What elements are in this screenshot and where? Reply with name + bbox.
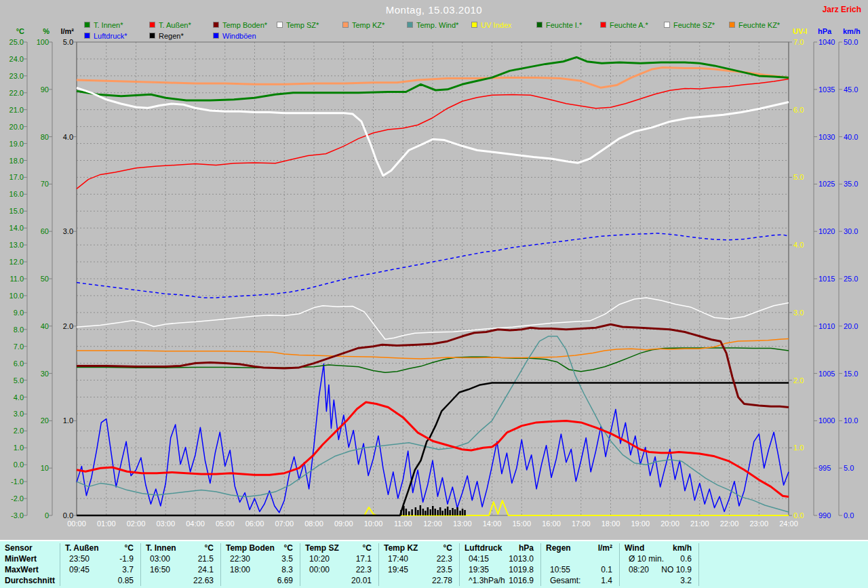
lm2-tick-label: 1.0 [43,416,73,425]
uv-tick-label: 4.0 [793,241,823,249]
rain-tick [447,507,449,515]
time-tick-label: 15:00 [507,520,536,528]
table-value: 20.01 [305,576,372,586]
rain-tick [462,509,464,515]
table-value: 21.5 [146,554,214,564]
table-value: 0.85 [65,576,134,586]
time-tick-label: 04:00 [180,520,210,528]
time-tick-label: 02:00 [121,520,151,528]
time-tick-label: 24:00 [774,520,804,528]
percent-tick-label: 10 [19,464,49,472]
rain-tick [422,509,425,515]
table-row-label: Durchschnitt [5,576,55,586]
rain-tick [444,509,446,515]
lm2-tick-label: 5.0 [43,38,73,46]
table-column-divider [220,543,221,586]
series-feuchte-kz [77,339,789,359]
rain-tick [430,509,432,515]
celsius-tick-label: 4.0 [0,393,24,401]
lm2-tick-label: 4.0 [43,133,73,141]
kmh-tick-label: 30.0 [844,227,868,235]
celsius-tick-label: 10.0 [0,292,24,300]
lm2-tick-label: 2.0 [43,322,73,330]
table-column-divider [140,543,141,586]
rain-tick [400,510,402,515]
celsius-tick-label: -1.0 [0,477,24,486]
time-tick-label: 22:00 [715,520,745,528]
celsius-tick-label: 20.0 [0,123,24,131]
rain-tick [411,509,413,515]
table-column-divider [378,543,379,586]
kmh-tick-label: 35.0 [844,180,868,188]
rain-tick [432,506,434,515]
time-tick-label: 00:00 [62,520,92,528]
celsius-tick-label: 21.0 [0,106,24,114]
table-value: 8.3 [226,565,293,575]
celsius-tick-label: 23.0 [0,72,24,80]
time-tick-label: 03:00 [151,520,180,528]
table-value: -1.9 [65,554,134,564]
kmh-tick-label: 50.0 [844,38,868,46]
table-column-divider [300,543,300,586]
sensor-stats-table: SensorMinWertMaxWertDurchschnittT. Außen… [0,540,868,588]
time-tick-label: 20:00 [655,520,685,528]
time-tick-label: 09:00 [329,520,359,528]
table-value: 3.7 [65,565,134,575]
kmh-tick-label: 25.0 [844,275,868,283]
table-sensor-unit: hPa [465,543,534,553]
table-column-divider [459,543,460,586]
time-tick-label: 05:00 [210,520,240,528]
rain-tick [417,510,419,515]
table-sensor-unit: °C [226,543,293,553]
time-tick-label: 16:00 [536,520,566,528]
table-value: 22.78 [384,576,452,586]
time-tick-label: 17:00 [566,520,596,528]
time-tick-label: 18:00 [596,520,626,528]
rain-tick [456,507,458,515]
table-value: 23.5 [384,565,452,575]
celsius-tick-label: 1.0 [0,444,24,452]
lm2-tick-label: 3.0 [43,227,73,235]
table-sensor-unit: °C [65,543,134,553]
kmh-tick-label: 0.0 [844,511,868,520]
time-tick-label: 12:00 [418,520,448,528]
time-tick-label: 10:00 [359,520,389,528]
time-tick-label: 08:00 [299,520,329,528]
kmh-tick-label: 10.0 [844,416,868,425]
table-value: 0.1 [546,565,612,575]
percent-tick-label: 30 [19,370,49,378]
table-column-divider [619,543,620,586]
time-tick-label: 01:00 [92,520,121,528]
celsius-tick-label: 15.0 [0,207,24,215]
time-tick-label: 13:00 [448,520,477,528]
time-tick-label: 21:00 [685,520,715,528]
rain-tick [449,510,451,515]
celsius-tick-label: 13.0 [0,241,24,249]
table-value: 3.2 [625,576,692,586]
table-column-divider [60,543,60,586]
rain-tick [420,505,422,515]
percent-tick-label: 70 [19,180,49,188]
table-value: 1013.0 [465,554,534,564]
celsius-tick-label: 9.0 [0,309,24,317]
kmh-tick-label: 15.0 [844,370,868,378]
kmh-tick-label: 45.0 [844,85,868,94]
table-value: 22.3 [384,554,452,564]
rain-tick [435,509,437,515]
table-value: 22.3 [305,565,372,575]
time-tick-label: 07:00 [269,520,299,528]
kmh-tick-label: 20.0 [844,322,868,330]
table-sensor-unit: °C [384,543,452,553]
rain-tick [452,508,454,515]
uv-tick-label: 6.0 [793,106,823,114]
table-sensor-unit: km/h [625,543,692,553]
table-value: 0.6 [625,554,692,564]
kmh-tick-label: 5.0 [844,464,868,472]
lm2-tick-label: 0.0 [43,511,73,520]
table-row-label: MaxWert [5,565,39,575]
percent-tick-label: 50 [19,275,49,283]
rain-tick [459,511,461,515]
table-sensor-unit: °C [146,543,214,553]
time-tick-label: 19:00 [625,520,655,528]
table-sensor-unit: l/m² [546,543,612,553]
